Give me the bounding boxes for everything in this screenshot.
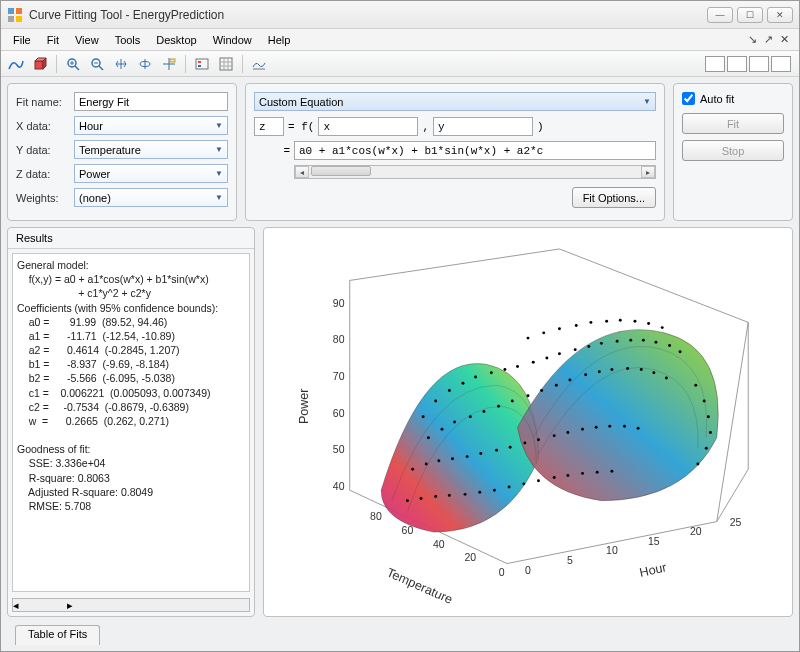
top-panels: Fit name: X data: Hour Y data: Temperatu… — [7, 83, 793, 221]
dock-icon[interactable]: ↗ — [761, 33, 775, 46]
cube-icon[interactable] — [29, 54, 51, 74]
results-column: Results General model: f(x,y) = a0 + a1*… — [7, 227, 255, 617]
scroll-right-icon[interactable]: ▸ — [641, 166, 655, 178]
equation-panel: Custom Equation = f( , ) = ◂ ▸ — [245, 83, 665, 221]
svg-point-63 — [540, 389, 543, 392]
svg-point-83 — [553, 434, 556, 437]
svg-text:90: 90 — [333, 298, 345, 309]
datacursor-icon[interactable] — [158, 54, 180, 74]
menu-window[interactable]: Window — [205, 32, 260, 48]
grid-icon[interactable] — [215, 54, 237, 74]
rotate3d-icon[interactable] — [134, 54, 156, 74]
svg-point-49 — [616, 340, 619, 343]
data-panel: Fit name: X data: Hour Y data: Temperatu… — [7, 83, 237, 221]
svg-point-79 — [495, 449, 498, 452]
svg-point-54 — [679, 350, 682, 353]
svg-point-116 — [703, 400, 706, 403]
svg-text:0: 0 — [499, 567, 505, 578]
menu-close-icon[interactable]: ✕ — [777, 33, 791, 46]
svg-point-101 — [566, 474, 569, 477]
autofit-checkbox[interactable]: Auto fit — [682, 92, 784, 105]
svg-point-46 — [574, 348, 577, 351]
svg-point-69 — [626, 367, 629, 370]
svg-point-45 — [558, 352, 561, 355]
fitname-input[interactable] — [74, 92, 228, 111]
scroll-left-icon[interactable]: ◂ — [295, 166, 309, 178]
svg-text:10: 10 — [606, 545, 618, 556]
results-hscroll[interactable]: ◂ ▸ — [12, 598, 250, 612]
equation-expr-input[interactable] — [294, 141, 656, 160]
zoom-out-icon[interactable] — [86, 54, 108, 74]
fit-control-panel: Auto fit Fit Stop — [673, 83, 793, 221]
scroll-right-icon[interactable]: ▸ — [67, 599, 73, 612]
menu-file[interactable]: File — [5, 32, 39, 48]
svg-point-48 — [600, 342, 603, 345]
stop-button[interactable]: Stop — [682, 140, 784, 161]
svg-point-88 — [623, 425, 626, 428]
results-header: Results — [8, 228, 254, 249]
lhs-var-input[interactable] — [254, 117, 284, 136]
results-text[interactable]: General model: f(x,y) = a0 + a1*cos(w*x)… — [12, 253, 250, 592]
pan-icon[interactable] — [110, 54, 132, 74]
layout-single[interactable] — [705, 56, 725, 72]
undock-icon[interactable]: ↘ — [745, 33, 759, 46]
equation-hscroll[interactable]: ◂ ▸ — [294, 165, 656, 179]
minimize-button[interactable]: — — [707, 7, 733, 23]
fit-button[interactable]: Fit — [682, 113, 784, 134]
surface-plot[interactable]: 40 50 60 70 80 90 0 20 40 60 80 — [264, 228, 792, 616]
maximize-button[interactable]: ☐ — [737, 7, 763, 23]
svg-text:20: 20 — [464, 552, 476, 563]
arg2-input[interactable] — [433, 117, 533, 136]
fitname-label: Fit name: — [16, 96, 70, 108]
svg-point-107 — [558, 327, 561, 330]
menu-fit[interactable]: Fit — [39, 32, 67, 48]
tabbar: Table of Fits — [7, 623, 793, 645]
svg-line-8 — [75, 66, 79, 70]
svg-point-95 — [478, 491, 481, 494]
app-icon — [7, 7, 23, 23]
ydata-dropdown[interactable]: Temperature — [74, 140, 228, 159]
svg-point-105 — [527, 337, 530, 340]
window-title: Curve Fitting Tool - EnergyPrediction — [29, 8, 707, 22]
plot-panel[interactable]: 40 50 60 70 80 90 0 20 40 60 80 — [263, 227, 793, 617]
svg-point-53 — [668, 344, 671, 347]
layout-split-h[interactable] — [727, 56, 747, 72]
menu-view[interactable]: View — [67, 32, 107, 48]
zoom-in-icon[interactable] — [62, 54, 84, 74]
residuals-icon[interactable] — [248, 54, 270, 74]
svg-point-102 — [581, 472, 584, 475]
svg-text:60: 60 — [333, 408, 345, 419]
weights-dropdown[interactable]: (none) — [74, 188, 228, 207]
results-panel: Results General model: f(x,y) = a0 + a1*… — [7, 227, 255, 617]
zlabel: Power — [297, 388, 311, 424]
svg-rect-2 — [8, 16, 14, 22]
svg-point-81 — [523, 442, 526, 445]
menu-tools[interactable]: Tools — [107, 32, 149, 48]
svg-point-38 — [462, 382, 465, 385]
legend-icon[interactable] — [191, 54, 213, 74]
menu-desktop[interactable]: Desktop — [148, 32, 204, 48]
layout-split-v[interactable] — [749, 56, 769, 72]
menu-help[interactable]: Help — [260, 32, 299, 48]
close-button[interactable]: ✕ — [767, 7, 793, 23]
tab-table-of-fits[interactable]: Table of Fits — [15, 625, 100, 645]
fit-type-dropdown[interactable]: Custom Equation — [254, 92, 656, 111]
scroll-left-icon[interactable]: ◂ — [13, 599, 19, 612]
xdata-dropdown[interactable]: Hour — [74, 116, 228, 135]
layout-quad[interactable] — [771, 56, 791, 72]
fit-options-button[interactable]: Fit Options... — [572, 187, 656, 208]
svg-line-33 — [350, 249, 560, 280]
arg1-input[interactable] — [318, 117, 418, 136]
svg-rect-0 — [8, 8, 14, 14]
svg-point-36 — [434, 400, 437, 403]
svg-point-68 — [610, 368, 613, 371]
zdata-dropdown[interactable]: Power — [74, 164, 228, 183]
svg-text:60: 60 — [402, 525, 414, 536]
scroll-thumb[interactable] — [311, 166, 371, 176]
svg-point-94 — [464, 493, 467, 496]
cftool-icon[interactable] — [5, 54, 27, 74]
autofit-input[interactable] — [682, 92, 695, 105]
svg-point-50 — [629, 339, 632, 342]
zdata-label: Z data: — [16, 168, 70, 180]
svg-point-85 — [581, 428, 584, 431]
